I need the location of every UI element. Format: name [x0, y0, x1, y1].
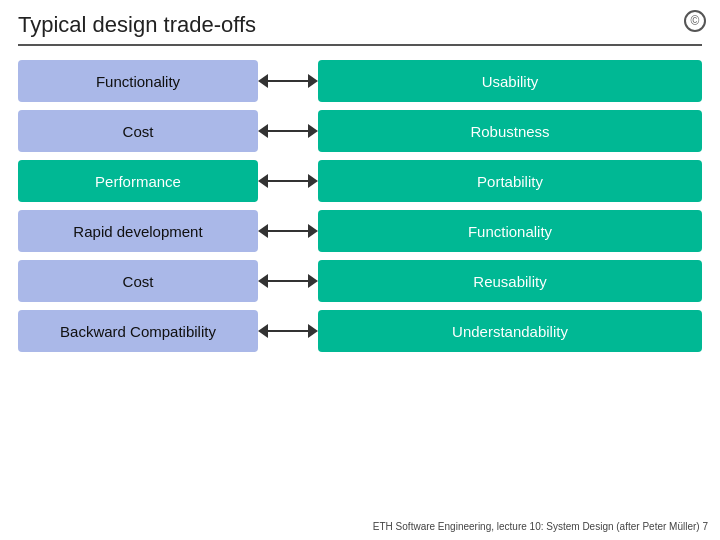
left-box: Backward Compatibility	[18, 310, 258, 352]
trade-off-row: CostRobustness	[18, 110, 702, 152]
left-box: Rapid development	[18, 210, 258, 252]
left-box: Functionality	[18, 60, 258, 102]
right-box: Understandability	[318, 310, 702, 352]
page-title: Typical design trade-offs	[0, 0, 720, 44]
copyright-icon: ©	[684, 10, 706, 32]
tradeoffs-grid: FunctionalityUsabilityCostRobustnessPerf…	[0, 56, 720, 352]
trade-off-row: Backward CompatibilityUnderstandability	[18, 310, 702, 352]
right-box: Reusability	[318, 260, 702, 302]
footer-text: ETH Software Engineering, lecture 10: Sy…	[373, 521, 708, 532]
left-box: Cost	[18, 260, 258, 302]
trade-off-row: Rapid developmentFunctionality	[18, 210, 702, 252]
right-box: Functionality	[318, 210, 702, 252]
right-box: Robustness	[318, 110, 702, 152]
double-arrow	[258, 274, 318, 288]
double-arrow	[258, 74, 318, 88]
double-arrow	[258, 324, 318, 338]
trade-off-row: FunctionalityUsability	[18, 60, 702, 102]
trade-off-row: PerformancePortability	[18, 160, 702, 202]
title-divider	[18, 44, 702, 46]
trade-off-row: CostReusability	[18, 260, 702, 302]
right-box: Portability	[318, 160, 702, 202]
double-arrow	[258, 174, 318, 188]
right-box: Usability	[318, 60, 702, 102]
left-box: Performance	[18, 160, 258, 202]
double-arrow	[258, 124, 318, 138]
double-arrow	[258, 224, 318, 238]
left-box: Cost	[18, 110, 258, 152]
